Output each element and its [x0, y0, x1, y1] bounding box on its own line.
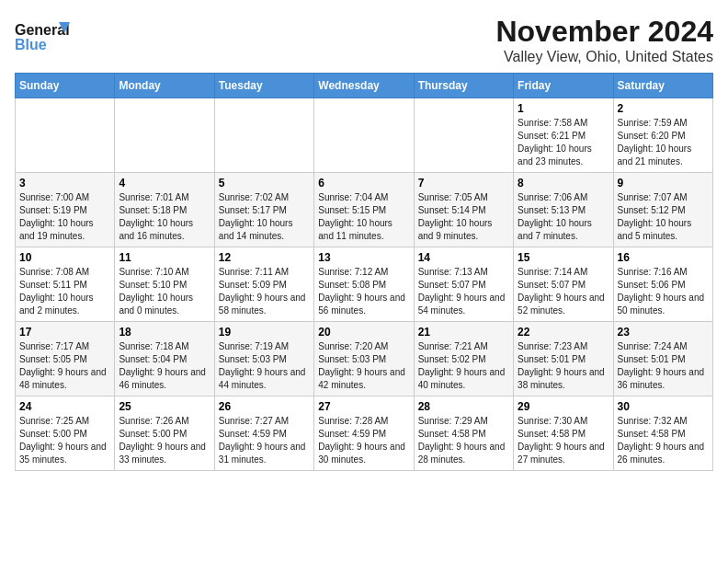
day-number: 13 — [318, 251, 409, 264]
day-number: 25 — [119, 400, 210, 413]
weekday-header: Thursday — [414, 74, 513, 98]
weekday-header: Sunday — [16, 74, 115, 98]
calendar-cell: 3Sunrise: 7:00 AM Sunset: 5:19 PM Daylig… — [16, 173, 115, 247]
calendar-cell — [115, 98, 214, 173]
day-info: Sunrise: 7:19 AM Sunset: 5:03 PM Dayligh… — [219, 340, 310, 392]
calendar-table: SundayMondayTuesdayWednesdayThursdayFrid… — [15, 73, 713, 471]
day-number: 29 — [518, 400, 609, 413]
logo: General Blue — [15, 15, 70, 61]
calendar-cell — [314, 98, 414, 173]
calendar-cell: 25Sunrise: 7:26 AM Sunset: 5:00 PM Dayli… — [115, 396, 214, 471]
weekday-header: Friday — [514, 74, 613, 98]
day-info: Sunrise: 7:12 AM Sunset: 5:08 PM Dayligh… — [318, 266, 409, 317]
day-number: 14 — [418, 251, 509, 264]
day-number: 7 — [418, 177, 509, 190]
day-info: Sunrise: 7:14 AM Sunset: 5:07 PM Dayligh… — [518, 266, 609, 317]
calendar-week-row: 1Sunrise: 7:58 AM Sunset: 6:21 PM Daylig… — [16, 98, 713, 173]
day-number: 26 — [219, 400, 310, 413]
day-number: 21 — [418, 326, 509, 339]
calendar-cell: 24Sunrise: 7:25 AM Sunset: 5:00 PM Dayli… — [16, 396, 115, 471]
day-number: 23 — [618, 326, 709, 339]
page-title: November 2024 — [495, 15, 713, 49]
calendar-week-row: 3Sunrise: 7:00 AM Sunset: 5:19 PM Daylig… — [16, 173, 713, 247]
calendar-cell: 16Sunrise: 7:16 AM Sunset: 5:06 PM Dayli… — [613, 247, 712, 322]
day-number: 8 — [518, 177, 609, 190]
calendar-header-row: SundayMondayTuesdayWednesdayThursdayFrid… — [16, 74, 713, 98]
calendar-cell: 8Sunrise: 7:06 AM Sunset: 5:13 PM Daylig… — [514, 173, 613, 247]
day-number: 9 — [618, 177, 709, 190]
calendar-cell: 21Sunrise: 7:21 AM Sunset: 5:02 PM Dayli… — [414, 322, 513, 396]
day-info: Sunrise: 7:13 AM Sunset: 5:07 PM Dayligh… — [418, 266, 509, 317]
day-number: 30 — [618, 400, 709, 413]
day-number: 1 — [518, 102, 609, 115]
day-number: 3 — [19, 177, 110, 190]
weekday-header: Wednesday — [314, 74, 414, 98]
day-number: 27 — [318, 400, 409, 413]
day-info: Sunrise: 7:08 AM Sunset: 5:11 PM Dayligh… — [19, 266, 110, 317]
day-number: 18 — [119, 326, 210, 339]
day-number: 2 — [618, 102, 709, 115]
calendar-cell: 20Sunrise: 7:20 AM Sunset: 5:03 PM Dayli… — [314, 322, 414, 396]
day-info: Sunrise: 7:27 AM Sunset: 4:59 PM Dayligh… — [219, 415, 310, 466]
day-number: 19 — [219, 326, 310, 339]
calendar-cell: 1Sunrise: 7:58 AM Sunset: 6:21 PM Daylig… — [514, 98, 613, 173]
calendar-cell — [414, 98, 513, 173]
day-number: 15 — [518, 251, 609, 264]
day-info: Sunrise: 7:30 AM Sunset: 4:58 PM Dayligh… — [518, 415, 609, 466]
day-info: Sunrise: 7:05 AM Sunset: 5:14 PM Dayligh… — [418, 191, 509, 243]
day-info: Sunrise: 7:28 AM Sunset: 4:59 PM Dayligh… — [318, 415, 409, 466]
day-number: 24 — [19, 400, 110, 413]
calendar-cell: 4Sunrise: 7:01 AM Sunset: 5:18 PM Daylig… — [115, 173, 214, 247]
logo-icon: General Blue — [15, 15, 70, 61]
day-number: 12 — [219, 251, 310, 264]
calendar-cell: 27Sunrise: 7:28 AM Sunset: 4:59 PM Dayli… — [314, 396, 414, 471]
calendar-cell: 11Sunrise: 7:10 AM Sunset: 5:10 PM Dayli… — [115, 247, 214, 322]
calendar-cell: 5Sunrise: 7:02 AM Sunset: 5:17 PM Daylig… — [214, 173, 313, 247]
day-info: Sunrise: 7:04 AM Sunset: 5:15 PM Dayligh… — [318, 191, 409, 243]
calendar-cell: 9Sunrise: 7:07 AM Sunset: 5:12 PM Daylig… — [613, 173, 712, 247]
calendar-cell: 17Sunrise: 7:17 AM Sunset: 5:05 PM Dayli… — [16, 322, 115, 396]
day-number: 5 — [219, 177, 310, 190]
calendar-cell: 14Sunrise: 7:13 AM Sunset: 5:07 PM Dayli… — [414, 247, 513, 322]
day-info: Sunrise: 7:24 AM Sunset: 5:01 PM Dayligh… — [618, 340, 709, 392]
day-info: Sunrise: 7:58 AM Sunset: 6:21 PM Dayligh… — [518, 117, 609, 168]
calendar-cell: 26Sunrise: 7:27 AM Sunset: 4:59 PM Dayli… — [214, 396, 313, 471]
calendar-cell — [16, 98, 115, 173]
weekday-header: Monday — [115, 74, 214, 98]
day-info: Sunrise: 7:18 AM Sunset: 5:04 PM Dayligh… — [119, 340, 210, 392]
day-info: Sunrise: 7:00 AM Sunset: 5:19 PM Dayligh… — [19, 191, 110, 243]
calendar-cell: 23Sunrise: 7:24 AM Sunset: 5:01 PM Dayli… — [613, 322, 712, 396]
day-number: 28 — [418, 400, 509, 413]
calendar-cell: 18Sunrise: 7:18 AM Sunset: 5:04 PM Dayli… — [115, 322, 214, 396]
day-info: Sunrise: 7:21 AM Sunset: 5:02 PM Dayligh… — [418, 340, 509, 392]
calendar-cell: 7Sunrise: 7:05 AM Sunset: 5:14 PM Daylig… — [414, 173, 513, 247]
day-number: 6 — [318, 177, 409, 190]
day-info: Sunrise: 7:02 AM Sunset: 5:17 PM Dayligh… — [219, 191, 310, 243]
day-info: Sunrise: 7:07 AM Sunset: 5:12 PM Dayligh… — [618, 191, 709, 243]
day-info: Sunrise: 7:32 AM Sunset: 4:58 PM Dayligh… — [618, 415, 709, 466]
calendar-cell: 29Sunrise: 7:30 AM Sunset: 4:58 PM Dayli… — [514, 396, 613, 471]
weekday-header: Tuesday — [214, 74, 313, 98]
calendar-week-row: 17Sunrise: 7:17 AM Sunset: 5:05 PM Dayli… — [16, 322, 713, 396]
day-info: Sunrise: 7:01 AM Sunset: 5:18 PM Dayligh… — [119, 191, 210, 243]
weekday-header: Saturday — [613, 74, 712, 98]
day-number: 22 — [518, 326, 609, 339]
calendar-cell: 22Sunrise: 7:23 AM Sunset: 5:01 PM Dayli… — [514, 322, 613, 396]
day-number: 11 — [119, 251, 210, 264]
day-info: Sunrise: 7:17 AM Sunset: 5:05 PM Dayligh… — [19, 340, 110, 392]
calendar-cell: 30Sunrise: 7:32 AM Sunset: 4:58 PM Dayli… — [613, 396, 712, 471]
day-number: 4 — [119, 177, 210, 190]
calendar-cell: 12Sunrise: 7:11 AM Sunset: 5:09 PM Dayli… — [214, 247, 313, 322]
calendar-cell: 6Sunrise: 7:04 AM Sunset: 5:15 PM Daylig… — [314, 173, 414, 247]
day-info: Sunrise: 7:11 AM Sunset: 5:09 PM Dayligh… — [219, 266, 310, 317]
calendar-week-row: 24Sunrise: 7:25 AM Sunset: 5:00 PM Dayli… — [16, 396, 713, 471]
calendar-cell: 28Sunrise: 7:29 AM Sunset: 4:58 PM Dayli… — [414, 396, 513, 471]
calendar-week-row: 10Sunrise: 7:08 AM Sunset: 5:11 PM Dayli… — [16, 247, 713, 322]
calendar-cell: 13Sunrise: 7:12 AM Sunset: 5:08 PM Dayli… — [314, 247, 414, 322]
day-info: Sunrise: 7:20 AM Sunset: 5:03 PM Dayligh… — [318, 340, 409, 392]
calendar-cell: 10Sunrise: 7:08 AM Sunset: 5:11 PM Dayli… — [16, 247, 115, 322]
day-number: 17 — [19, 326, 110, 339]
day-info: Sunrise: 7:26 AM Sunset: 5:00 PM Dayligh… — [119, 415, 210, 466]
calendar-cell — [214, 98, 313, 173]
day-number: 16 — [618, 251, 709, 264]
